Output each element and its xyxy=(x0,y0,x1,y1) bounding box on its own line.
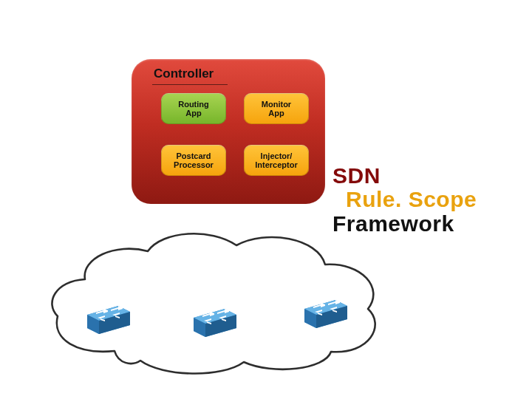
network-cloud xyxy=(44,222,384,377)
controller-title-underline xyxy=(152,84,228,85)
module-postcard-processor: PostcardProcessor xyxy=(161,145,226,176)
switch-icon xyxy=(86,301,132,334)
title-sdn: SDN xyxy=(332,164,477,188)
module-monitor-app: MonitorApp xyxy=(244,93,309,124)
controller-title: Controller xyxy=(154,66,214,81)
controller-panel: Controller RoutingApp MonitorApp Postcar… xyxy=(132,59,325,204)
module-routing-app: RoutingApp xyxy=(161,93,226,124)
switch-icon xyxy=(192,304,238,337)
title-rulescope: Rule. Scope xyxy=(332,188,477,211)
module-injector-interceptor: Injector/Interceptor xyxy=(244,145,309,176)
switch-icon xyxy=(303,296,349,328)
